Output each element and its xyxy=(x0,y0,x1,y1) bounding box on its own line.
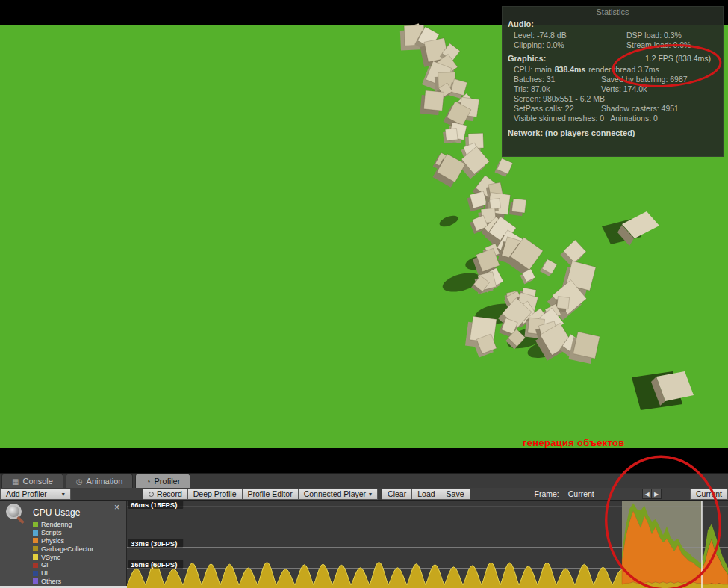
load-button[interactable]: Load xyxy=(411,489,441,500)
animation-clock-icon: ◷ xyxy=(76,477,83,486)
legend-item-gi: GI xyxy=(33,561,94,569)
cpu-render-thread: render thread 3.7ms xyxy=(588,65,659,74)
profiler-module-panel: CPU Usage × RenderingScriptsPhysicsGarba… xyxy=(0,501,127,588)
profiler-toolbar: Add Profiler ▾ Record Deep Profile Profi… xyxy=(0,488,728,501)
legend-swatch xyxy=(33,571,38,576)
legend-swatch xyxy=(33,522,38,527)
stats-row: Batches: 31Saved by batching: 6987 xyxy=(503,75,723,84)
statistics-panel: Statistics Audio: Level: -74.8 dBDSP loa… xyxy=(502,6,724,157)
prev-frame-button[interactable]: ◀ xyxy=(642,489,653,499)
stats-row: SetPass calls: 22Shadow casters: 4951 xyxy=(503,104,723,114)
svg-text:33ms (30FPS): 33ms (30FPS) xyxy=(131,539,177,548)
bottom-panel-tabs: ▦Console◷Animation◔Profiler xyxy=(0,473,728,488)
legend-swatch xyxy=(33,563,38,568)
legend-swatch xyxy=(33,554,38,560)
tab-console[interactable]: ▦Console xyxy=(1,474,63,488)
next-frame-button[interactable]: ▶ xyxy=(651,489,662,499)
generation-overlay-text: генерация объектов xyxy=(523,437,625,448)
graphics-header: Graphics: 1.2 FPS (838.4ms) xyxy=(503,50,723,65)
cpu-legend: RenderingScriptsPhysicsGarbageCollectorV… xyxy=(33,521,94,585)
add-profiler-dropdown[interactable]: Add Profiler ▾ xyxy=(0,489,71,500)
unity-editor-window: Statistics Audio: Level: -74.8 dBDSP loa… xyxy=(0,0,728,588)
cpu-usage-title: CPU Usage xyxy=(33,507,80,518)
record-icon xyxy=(149,492,154,497)
add-profiler-label: Add Profiler xyxy=(6,489,47,498)
legend-swatch xyxy=(33,578,38,584)
stats-row: Tris: 87.0kVerts: 174.0k xyxy=(503,84,723,94)
legend-item-others: Others xyxy=(33,578,94,586)
legend-swatch xyxy=(33,538,38,543)
chevron-down-icon: ▾ xyxy=(369,491,372,498)
cpu-profiler-magnifier-icon xyxy=(4,503,25,523)
stats-row: Visible skinned meshes: 0Animations: 0 xyxy=(503,114,723,123)
game-view: Statistics Audio: Level: -74.8 dBDSP loa… xyxy=(0,0,728,473)
console-icon: ▦ xyxy=(12,477,19,486)
audio-section-label: Audio: xyxy=(503,17,723,31)
stats-row: Clipping: 0.0%Stream load: 0.0% xyxy=(503,40,723,50)
frame-value: Current xyxy=(568,489,594,498)
stats-cpu-line: CPU: main838.4msrender thread 3.7ms xyxy=(503,65,723,75)
network-status: Network: (no players connected) xyxy=(503,123,723,137)
current-frame-button[interactable]: Current xyxy=(690,489,728,500)
cpu-main-label: CPU: main xyxy=(514,65,552,74)
frame-label: Frame: xyxy=(535,489,559,498)
deep-profile-button[interactable]: Deep Profile xyxy=(187,489,243,500)
legend-item-physics: Physics xyxy=(33,537,94,545)
cpu-main-ms: 838.4ms xyxy=(555,65,585,74)
legend-item-rendering: Rendering xyxy=(33,521,94,529)
tab-animation[interactable]: ◷Animation xyxy=(66,474,134,488)
legend-item-garbagecollector: GarbageCollector xyxy=(33,545,94,553)
legend-swatch xyxy=(33,530,38,536)
magnifier-handle xyxy=(16,516,25,524)
chevron-down-icon: ▾ xyxy=(62,491,65,498)
stats-row: Screen: 980x551 - 6.2 MB xyxy=(503,94,723,104)
fps-readout: 1.2 FPS (838.4ms) xyxy=(645,54,711,63)
legend-item-scripts: Scripts xyxy=(33,529,94,537)
right-arrow-icon: ▶ xyxy=(654,491,659,498)
legend-swatch xyxy=(33,546,38,551)
svg-text:16ms (60FPS): 16ms (60FPS) xyxy=(131,560,177,569)
svg-text:66ms (15FPS): 66ms (15FPS) xyxy=(131,501,177,509)
legend-item-vsync: VSync xyxy=(33,553,94,561)
record-button[interactable]: Record xyxy=(143,489,188,500)
graphics-rows: Batches: 31Saved by batching: 6987Tris: … xyxy=(503,75,723,123)
cpu-usage-chart[interactable]: 66ms (15FPS)33ms (30FPS)16ms (60FPS) xyxy=(127,501,728,588)
profile-editor-button[interactable]: Profile Editor xyxy=(242,489,299,500)
statistics-title: Statistics xyxy=(503,7,723,17)
graphics-section-label: Graphics: xyxy=(508,54,546,63)
profiler-icon: ◔ xyxy=(146,477,150,486)
connected-player-dropdown[interactable]: Connected Player ▾ xyxy=(298,489,378,500)
tab-profiler[interactable]: ◔Profiler xyxy=(135,474,190,488)
audio-rows: Level: -74.8 dBDSP load: 0.3%Clipping: 0… xyxy=(503,31,723,50)
left-arrow-icon: ◀ xyxy=(645,491,650,498)
stats-row: Level: -74.8 dBDSP load: 0.3% xyxy=(503,31,723,40)
close-icon[interactable]: × xyxy=(114,502,119,513)
save-button[interactable]: Save xyxy=(441,489,470,500)
clear-button[interactable]: Clear xyxy=(382,489,412,500)
legend-item-ui: UI xyxy=(33,569,94,578)
